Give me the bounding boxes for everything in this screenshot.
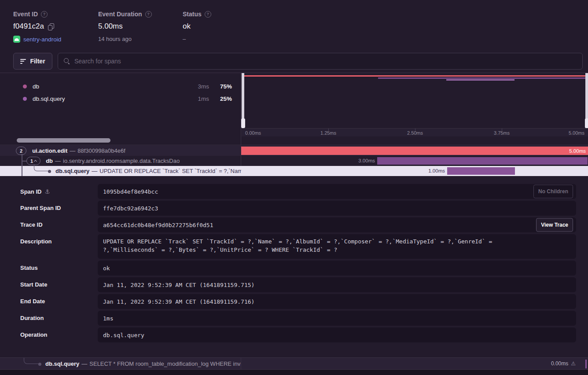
- event-id-label-row: Event ID: [13, 11, 61, 18]
- axis-tick-label: 2.50ms: [407, 130, 423, 136]
- parent-span-id-value: ffe7dbc92a6942c3: [103, 204, 158, 213]
- trace-id-field: a654cc61dc0b48ef9d0b27275b6f0d51 View Tr…: [98, 217, 576, 232]
- end-date-field: Jan 11, 2022 9:52:39 AM CET (1641891159.…: [98, 294, 576, 309]
- trace-id-value: a654cc61dc0b48ef9d0b27275b6f0d51: [103, 221, 213, 229]
- span-op: db.sql.query: [45, 360, 79, 367]
- detail-row-span-id: Span ID ⚓ 1095bd4ef8e94bcc No Children: [20, 184, 576, 199]
- span-row-ui-action-edit[interactable]: 2 ui.action.edit — 88f300998a0b4e6f 5.00…: [0, 146, 588, 156]
- operation-label: Operation: [20, 331, 47, 338]
- span-details-panel: Span ID ⚓ 1095bd4ef8e94bcc No Children P…: [0, 176, 588, 357]
- legend-row-db[interactable]: db 3ms 75%: [0, 80, 241, 92]
- event-duration-value: 5.00ms: [98, 22, 123, 31]
- span-duration: 3.00ms: [358, 156, 375, 166]
- help-icon[interactable]: [41, 11, 48, 18]
- span-id-field: 1095bd4ef8e94bcc No Children: [98, 184, 576, 199]
- status-value: ok: [183, 22, 191, 31]
- help-icon[interactable]: [145, 11, 152, 18]
- horizontal-scrollbar-thumb[interactable]: [17, 138, 110, 143]
- detail-row-end-date: End Date Jan 11, 2022 9:52:39 AM CET (16…: [20, 294, 576, 309]
- event-id-value: f0491c2a: [13, 22, 44, 31]
- minimap-handle-right[interactable]: [585, 73, 588, 128]
- event-id-column: Event ID f0491c2a sentry-android: [13, 11, 61, 43]
- op-color-dot: [23, 97, 27, 101]
- spans-toolbar: Filter: [13, 53, 583, 70]
- span-row-db-sql-query-select[interactable]: db.sql.query — SELECT * FROM room_table_…: [0, 357, 588, 370]
- axis-tick-label: 3.75ms: [494, 130, 510, 136]
- detail-row-duration: Duration 1ms: [20, 311, 576, 326]
- tree-connector-line: [24, 358, 39, 364]
- help-icon[interactable]: [205, 11, 211, 18]
- filter-icon: [20, 59, 26, 64]
- span-search-box[interactable]: [58, 53, 583, 70]
- end-date-value: Jan 11, 2022 9:52:39 AM CET (1641891159.…: [103, 298, 254, 306]
- span-op: ui.action.edit: [32, 147, 67, 154]
- span-bar-purple: [377, 157, 588, 165]
- detail-row-start-date: Start Date Jan 11, 2022 9:52:39 AM CET (…: [20, 277, 576, 292]
- span-duration: 0.00ms: [551, 360, 568, 367]
- op-color-dot: [23, 85, 27, 88]
- description-field: UPDATE OR REPLACE `Track` SET `TrackId` …: [98, 234, 576, 259]
- view-trace-button[interactable]: View Trace: [536, 218, 573, 232]
- span-row-db[interactable]: 1 db — io.sentry.android.roomsample.data…: [0, 156, 588, 166]
- detail-row-operation: Operation db.sql.query: [20, 327, 576, 342]
- zero-duration-marker: [585, 360, 587, 368]
- start-date-field: Jan 11, 2022 9:52:39 AM CET (1641891159.…: [98, 277, 576, 292]
- minimap-span-db-sql-query: [446, 79, 514, 81]
- duration-value: 1ms: [103, 314, 113, 323]
- children-count-pill[interactable]: 2: [16, 147, 26, 155]
- span-row-selected-db-sql-query[interactable]: db.sql.query — UPDATE OR REPLACE `Track`…: [0, 166, 588, 176]
- event-duration-ago: 14 hours ago: [98, 36, 132, 42]
- tree-connector-line: [34, 164, 49, 171]
- duration-label: Duration: [20, 315, 44, 321]
- status-column: Status ok –: [183, 11, 211, 42]
- time-axis: 0.00ms 1.25ms 2.50ms 3.75ms 5.00ms: [242, 128, 588, 136]
- no-children-badge: No Children: [533, 185, 573, 199]
- children-count-pill[interactable]: 1: [26, 157, 40, 165]
- detail-row-parent-span-id: Parent Span ID ffe7dbc92a6942c3: [20, 201, 576, 216]
- status-label: Status: [183, 11, 202, 18]
- span-description: UPDATE OR REPLACE `Track` SET `TrackId` …: [99, 168, 241, 174]
- filter-button[interactable]: Filter: [13, 53, 52, 70]
- span-duration: 5.00ms: [569, 148, 586, 154]
- legend-op-name: db: [33, 83, 187, 90]
- start-date-label: Start Date: [20, 281, 47, 288]
- trace-id-label: Trace ID: [20, 221, 43, 228]
- span-tree: 2 ui.action.edit — 88f300998a0b4e6f 5.00…: [0, 146, 588, 176]
- parent-span-id-label: Parent Span ID: [20, 205, 61, 211]
- duration-field: 1ms: [98, 311, 576, 326]
- axis-tick-label: 0.00ms: [245, 130, 261, 136]
- status-detail-label: Status: [20, 265, 38, 271]
- filter-button-label: Filter: [30, 58, 45, 65]
- project-link[interactable]: sentry-android: [23, 36, 61, 43]
- description-label: Description: [20, 238, 52, 245]
- axis-tick-label: 5.00ms: [569, 130, 584, 136]
- axis-tick-label: 1.25ms: [320, 130, 336, 136]
- tree-connector-line: [22, 154, 22, 176]
- minimap-handle-left[interactable]: [242, 73, 244, 128]
- detail-row-trace-id: Trace ID a654cc61dc0b48ef9d0b27275b6f0d5…: [20, 217, 576, 232]
- anchor-icon[interactable]: ⚓: [44, 188, 50, 195]
- status-sub: –: [183, 36, 186, 42]
- end-date-label: End Date: [20, 298, 45, 305]
- span-separator: —: [92, 168, 97, 174]
- start-date-value: Jan 11, 2022 9:52:39 AM CET (1641891159.…: [103, 281, 254, 289]
- copy-icon[interactable]: [48, 23, 54, 30]
- span-op: db.sql.query: [55, 168, 89, 174]
- operation-value: db.sql.query: [103, 331, 144, 339]
- span-search-input[interactable]: [74, 58, 577, 65]
- legend-op-duration: 3ms: [187, 83, 209, 90]
- legend-op-percent: 25%: [209, 96, 232, 102]
- legend-row-db-sql-query[interactable]: db.sql.query 1ms 25%: [0, 92, 241, 105]
- warning-icon[interactable]: ⚠: [571, 361, 576, 366]
- span-id-value: 1095bd4ef8e94bcc: [103, 188, 158, 196]
- children-count: 1: [30, 158, 33, 164]
- minimap-chart[interactable]: 0.00ms 1.25ms 2.50ms 3.75ms 5.00ms: [242, 73, 588, 145]
- span-description: 88f300998a0b4e6f: [77, 147, 125, 154]
- android-project-icon: [13, 36, 20, 43]
- event-id-label: Event ID: [13, 11, 38, 18]
- span-id-label: Span ID: [20, 188, 41, 195]
- tree-connector-dot: [38, 363, 41, 366]
- minimap-span-ui-action-edit: [242, 75, 588, 77]
- chevron-up-icon: [34, 160, 37, 163]
- span-separator: —: [81, 360, 87, 367]
